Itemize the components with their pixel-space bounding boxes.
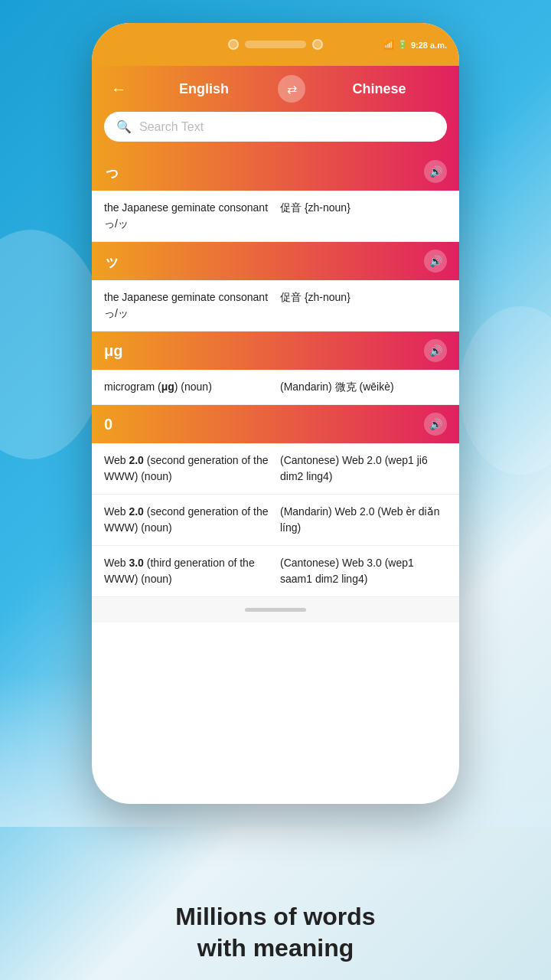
notch-area: [228, 39, 323, 50]
language-to[interactable]: Chinese: [315, 81, 444, 97]
search-bar[interactable]: 🔍 Search Text: [104, 112, 447, 142]
entry-english: microgram (μg) (noun): [104, 379, 271, 395]
sound-button-zero[interactable]: 🔊: [424, 413, 447, 436]
tagline-area: Millions of wordswith meaning: [0, 901, 551, 965]
section-letter-tsu-large: ッ: [104, 251, 119, 272]
entry-chinese: 促音 {zh-noun}: [280, 289, 447, 322]
section-letter-zero: 0: [104, 416, 112, 433]
entry-chinese: (Mandarin) 微克 (wēikè): [280, 379, 447, 395]
sound-button-microgram[interactable]: 🔊: [424, 339, 447, 362]
notch-circle-right: [312, 39, 323, 50]
section-header-microgram: μg 🔊: [92, 332, 459, 370]
table-row: the Japanese geminate consonant っ/ッ 促音 {…: [92, 191, 459, 242]
app-header: ← English ⇄ Chinese: [92, 66, 459, 112]
phone-frame: 📶 🔋 9:28 a.m. ← English ⇄ Chinese 🔍 Sear…: [92, 23, 459, 804]
dictionary-content: っ 🔊 the Japanese geminate consonant っ/ッ …: [92, 152, 459, 622]
tagline-text: Millions of wordswith meaning: [0, 901, 551, 965]
section-letter-tsu-small: っ: [104, 162, 119, 182]
entry-chinese: (Mandarin) Web 2.0 (Web èr diǎn líng): [280, 504, 447, 536]
table-row: Web 2.0 (second generation of the WWW) (…: [92, 443, 459, 495]
section-header-tsu-small: っ 🔊: [92, 152, 459, 191]
entry-chinese: (Cantonese) Web 3.0 (wep1 saam1 dim2 lin…: [280, 555, 447, 587]
search-icon: 🔍: [116, 119, 132, 134]
entry-english: the Japanese geminate consonant っ/ッ: [104, 289, 271, 322]
sound-button-tsu-large[interactable]: 🔊: [424, 250, 447, 273]
status-bar: 📶 🔋 9:28 a.m.: [383, 40, 447, 50]
status-time: 9:28 a.m.: [411, 40, 447, 49]
search-input[interactable]: Search Text: [139, 120, 435, 134]
entry-english: Web 2.0 (second generation of the WWW) (…: [104, 452, 271, 485]
swap-languages-button[interactable]: ⇄: [278, 75, 305, 103]
entry-english: the Japanese geminate consonant っ/ッ: [104, 200, 271, 232]
wifi-icon: 📶: [383, 40, 394, 50]
entry-chinese: (Cantonese) Web 2.0 (wep1 ji6 dim2 ling4…: [280, 452, 447, 485]
language-from[interactable]: English: [139, 81, 269, 97]
entry-chinese: 促音 {zh-noun}: [280, 200, 447, 232]
notch-pill: [245, 41, 306, 48]
bg-decoration-left: [0, 230, 107, 459]
search-container: 🔍 Search Text: [92, 112, 459, 152]
table-row: microgram (μg) (noun) (Mandarin) 微克 (wēi…: [92, 370, 459, 405]
battery-icon: 🔋: [397, 40, 408, 50]
table-row: Web 3.0 (third generation of the WWW) (n…: [92, 546, 459, 597]
phone-top-bar: 📶 🔋 9:28 a.m.: [92, 23, 459, 66]
scroll-indicator: [245, 608, 306, 612]
entry-english: Web 2.0 (second generation of the WWW) (…: [104, 504, 271, 536]
section-letter-microgram: μg: [104, 342, 122, 360]
bg-decoration-right: [459, 306, 551, 475]
notch-circle-left: [228, 39, 239, 50]
swap-icon: ⇄: [287, 82, 297, 96]
entry-english: Web 3.0 (third generation of the WWW) (n…: [104, 555, 271, 587]
table-row: Web 2.0 (second generation of the WWW) (…: [92, 495, 459, 546]
section-header-zero: 0 🔊: [92, 405, 459, 443]
table-row: the Japanese geminate consonant っ/ッ 促音 {…: [92, 280, 459, 332]
sound-button-tsu-small[interactable]: 🔊: [424, 160, 447, 183]
back-button[interactable]: ←: [107, 80, 130, 98]
section-header-tsu-large: ッ 🔊: [92, 242, 459, 280]
